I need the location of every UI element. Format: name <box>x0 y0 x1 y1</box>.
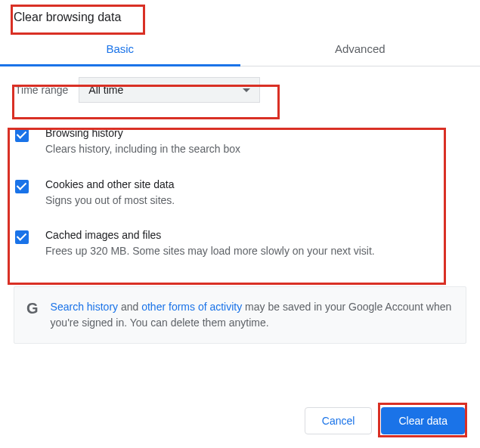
google-icon: G <box>26 299 39 331</box>
option-desc: Signs you out of most sites. <box>45 193 175 209</box>
time-range-select[interactable]: All time <box>79 77 260 103</box>
options-list: Browsing history Clears history, includi… <box>0 113 480 276</box>
option-desc: Clears history, including in the search … <box>45 142 240 157</box>
button-row: Cancel Clear data <box>305 407 465 434</box>
info-box: G Search history and other forms of acti… <box>14 286 466 344</box>
info-text: Search history and other forms of activi… <box>51 299 454 331</box>
option-cookies: Cookies and other site data Signs you ou… <box>15 168 465 219</box>
option-cache: Cached images and files Frees up 320 MB.… <box>15 218 465 270</box>
option-title: Cached images and files <box>45 229 375 241</box>
clear-data-button[interactable]: Clear data <box>381 407 465 434</box>
time-range-label: Time range <box>15 84 68 96</box>
link-other-activity[interactable]: other forms of activity <box>141 301 242 313</box>
time-range-row: Time range All time <box>0 66 480 113</box>
time-range-value: All time <box>88 84 123 96</box>
option-browsing-history: Browsing history Clears history, includi… <box>15 116 465 168</box>
option-title: Browsing history <box>45 127 240 139</box>
cancel-button[interactable]: Cancel <box>305 407 373 434</box>
link-search-history[interactable]: Search history <box>51 301 118 313</box>
checkbox-cache[interactable] <box>15 230 29 244</box>
option-title: Cookies and other site data <box>45 178 175 190</box>
tab-advanced[interactable]: Advanced <box>240 33 481 66</box>
dialog-title: Clear browsing data <box>0 0 480 33</box>
option-desc: Frees up 320 MB. Some sites may load mor… <box>45 244 375 259</box>
checkbox-cookies[interactable] <box>15 180 29 193</box>
checkbox-browsing-history[interactable] <box>15 128 29 142</box>
chevron-down-icon <box>243 88 250 92</box>
tab-basic[interactable]: Basic <box>0 33 240 66</box>
tabs: Basic Advanced <box>0 33 480 66</box>
